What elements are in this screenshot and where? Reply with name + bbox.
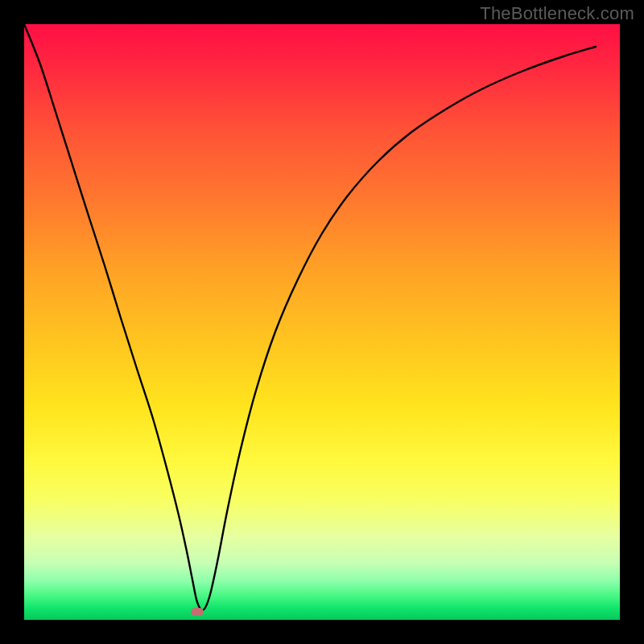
curve-svg xyxy=(24,24,620,620)
chart-frame: TheBottleneck.com xyxy=(0,0,644,644)
watermark-text: TheBottleneck.com xyxy=(480,3,634,24)
minimum-point-marker xyxy=(191,608,204,616)
bottleneck-curve xyxy=(24,24,596,610)
